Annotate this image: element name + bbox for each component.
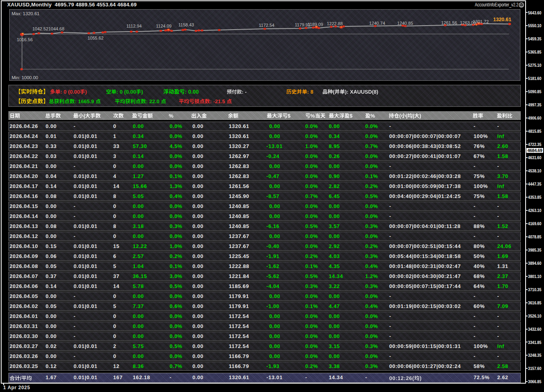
svg-text:1172.54: 1172.54 <box>259 23 274 28</box>
svg-text:1240.85: 1240.85 <box>397 21 413 26</box>
svg-text:1016.56: 1016.56 <box>17 37 33 42</box>
svg-text:1261.56: 1261.56 <box>441 20 457 25</box>
svg-text:1158.43: 1158.43 <box>178 22 194 27</box>
svg-text:1042.52: 1042.52 <box>32 26 48 31</box>
svg-text:1222.88: 1222.88 <box>327 21 343 26</box>
svg-text:1124.09: 1124.09 <box>156 24 172 28</box>
svg-text:1112.94: 1112.94 <box>126 24 142 28</box>
svg-text:1055.62: 1055.62 <box>88 36 104 40</box>
svg-text:1320.61: 1320.61 <box>493 17 511 22</box>
svg-text:1240.74: 1240.74 <box>369 21 385 26</box>
svg-text:1301.72: 1301.72 <box>473 19 489 24</box>
svg-text:1044.68: 1044.68 <box>48 26 64 31</box>
svg-text:1189.09: 1189.09 <box>308 22 323 27</box>
